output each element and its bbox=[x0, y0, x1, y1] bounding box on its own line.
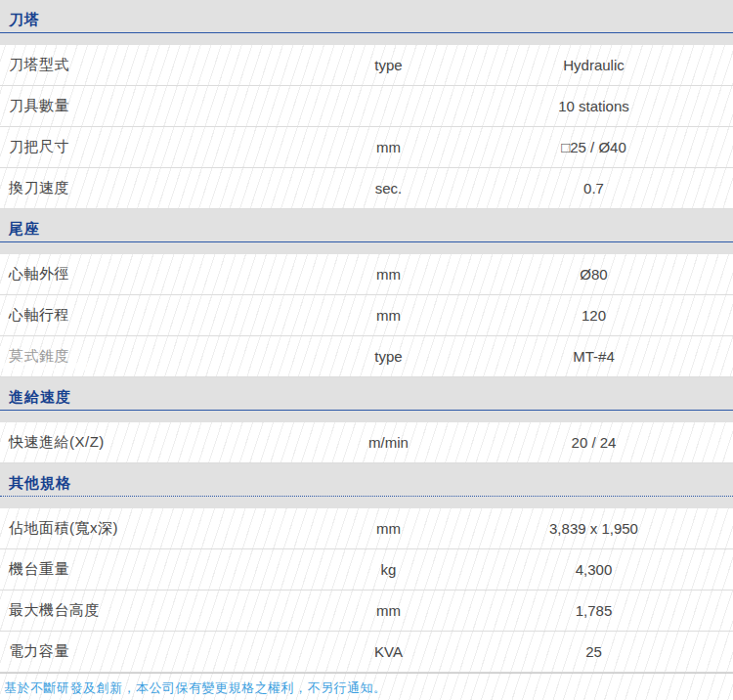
spec-value: 20 / 24 bbox=[454, 434, 733, 451]
spec-table: 刀塔刀塔型式typeHydraulic刀具數量10 stations刀把尺寸mm… bbox=[0, 0, 733, 673]
spec-row: 最大機台高度mm1,785 bbox=[0, 591, 733, 632]
spec-row: 心軸行程mm120 bbox=[0, 295, 733, 336]
spec-row: 機台重量kg4,300 bbox=[0, 549, 733, 591]
spec-row: 心軸外徑mmØ80 bbox=[0, 254, 733, 295]
spec-label: 快速進給(X/Z) bbox=[0, 433, 323, 452]
spec-value: 4,300 bbox=[454, 561, 733, 578]
spec-row: 佔地面積(寬x深)mm3,839 x 1,950 bbox=[0, 508, 733, 549]
spec-row: 換刀速度sec.0.7 bbox=[0, 168, 733, 209]
spec-unit: m/min bbox=[323, 434, 454, 451]
spec-unit: KVA bbox=[323, 643, 454, 660]
section-header: 其他規格 bbox=[0, 463, 733, 508]
spec-row: 電力容量KVA25 bbox=[0, 632, 733, 673]
section-title: 其他規格 bbox=[9, 474, 71, 491]
spec-unit: mm bbox=[323, 520, 454, 537]
spec-row: 刀把尺寸mm□25 / Ø40 bbox=[0, 127, 733, 168]
spec-label: 刀具數量 bbox=[0, 97, 323, 115]
footer-disclaimer: 基於不斷研發及創新，本公司保有變更規格之權利，不另行通知。 bbox=[0, 673, 733, 700]
spec-value: 3,839 x 1,950 bbox=[454, 520, 733, 537]
spec-row: 快速進給(X/Z)m/min20 / 24 bbox=[0, 422, 733, 463]
section-title-underline: 尾座 bbox=[0, 220, 733, 242]
spec-label: 心軸行程 bbox=[0, 306, 323, 325]
spec-value: □25 / Ø40 bbox=[454, 139, 733, 155]
section-header: 刀塔 bbox=[0, 0, 733, 45]
section-title: 刀塔 bbox=[9, 11, 40, 27]
spec-value: 0.7 bbox=[454, 180, 733, 197]
spec-label: 心軸外徑 bbox=[0, 265, 323, 284]
section-title: 尾座 bbox=[9, 220, 40, 237]
spec-label: 刀把尺寸 bbox=[0, 138, 323, 156]
spec-unit: kg bbox=[323, 561, 454, 578]
spec-value: Ø80 bbox=[454, 266, 733, 283]
spec-unit: type bbox=[323, 348, 454, 365]
section-header: 尾座 bbox=[0, 209, 733, 254]
section-title-underline: 刀塔 bbox=[0, 11, 733, 33]
spec-row: 刀具數量10 stations bbox=[0, 86, 733, 127]
spec-label: 佔地面積(寬x深) bbox=[0, 519, 323, 538]
spec-row: 莫式錐度typeMT-#4 bbox=[0, 336, 733, 377]
spec-unit: mm bbox=[323, 307, 454, 324]
spec-label: 刀塔型式 bbox=[0, 56, 323, 74]
spec-value: Hydraulic bbox=[454, 57, 733, 73]
section-header: 進給速度 bbox=[0, 377, 733, 422]
spec-label: 電力容量 bbox=[0, 642, 323, 661]
section-title-underline: 進給速度 bbox=[0, 388, 733, 411]
spec-value: 1,785 bbox=[454, 602, 733, 619]
spec-row: 刀塔型式typeHydraulic bbox=[0, 45, 733, 86]
section-title-underline: 其他規格 bbox=[0, 474, 733, 497]
section-title: 進給速度 bbox=[9, 388, 71, 405]
spec-label: 換刀速度 bbox=[0, 179, 323, 197]
spec-label: 機台重量 bbox=[0, 560, 323, 579]
spec-unit: mm bbox=[323, 139, 454, 155]
spec-unit: type bbox=[323, 57, 454, 73]
spec-label: 莫式錐度 bbox=[0, 347, 323, 366]
spec-unit: sec. bbox=[323, 180, 454, 197]
spec-unit: mm bbox=[323, 266, 454, 283]
spec-unit: mm bbox=[323, 602, 454, 619]
spec-value: 120 bbox=[454, 307, 733, 324]
spec-label: 最大機台高度 bbox=[0, 601, 323, 620]
spec-value: MT-#4 bbox=[454, 348, 733, 365]
spec-value: 25 bbox=[454, 643, 733, 660]
spec-page: { "page": { "footer_note": "基於不斷研發及創新，本公… bbox=[0, 0, 733, 700]
spec-value: 10 stations bbox=[454, 98, 733, 114]
